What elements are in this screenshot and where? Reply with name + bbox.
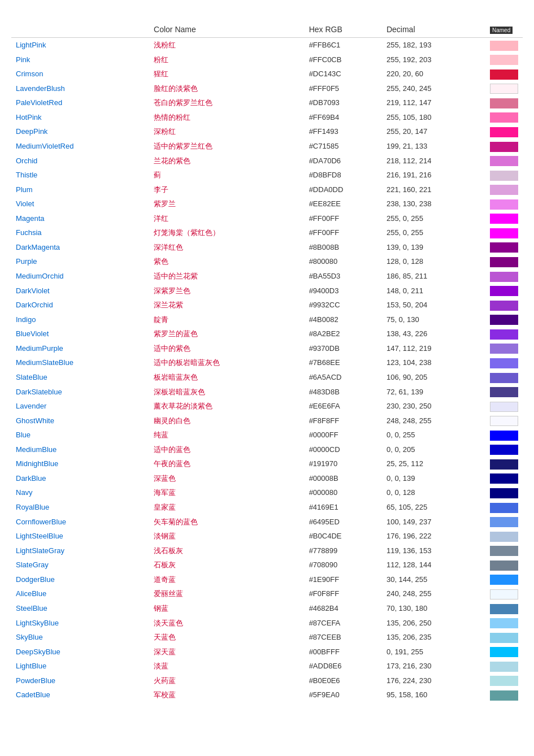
color-swatch — [490, 589, 518, 599]
color-decimal: 100, 149, 237 — [382, 515, 485, 529]
color-name-chinese: 矢车菊的蓝色 — [149, 515, 305, 529]
color-decimal: 255, 0, 255 — [382, 225, 485, 240]
color-decimal: 128, 0, 128 — [382, 254, 485, 269]
color-swatch — [490, 459, 518, 470]
color-hex: #778899 — [305, 544, 382, 558]
color-decimal: 255, 0, 255 — [382, 211, 485, 226]
color-name-english: LightSteelBlue — [11, 529, 149, 544]
color-decimal: 147, 112, 219 — [382, 341, 485, 356]
table-row: Purple紫色#800080128, 0, 128 — [11, 254, 523, 269]
color-decimal: 255, 192, 203 — [382, 53, 485, 67]
color-name-english: Purple — [11, 254, 149, 269]
table-row: Fuchsia灯笼海棠（紫红色）#FF00FF255, 0, 255 — [11, 225, 523, 240]
table-row: DeepPink深粉红#FF1493255, 20, 147 — [11, 124, 523, 139]
table-row: GhostWhite幽灵的白色#F8F8FF248, 248, 255 — [11, 414, 523, 428]
table-row: BlueViolet紫罗兰的蓝色#8A2BE2138, 43, 226 — [11, 327, 523, 341]
color-decimal: 255, 20, 147 — [382, 124, 485, 139]
color-name-chinese: 适中的兰花紫 — [149, 269, 305, 284]
color-swatch — [490, 517, 518, 527]
color-name-chinese: 午夜的蓝色 — [149, 457, 305, 471]
color-swatch-cell — [485, 211, 523, 226]
color-name-english: Fuchsia — [11, 225, 149, 240]
color-decimal: 219, 112, 147 — [382, 95, 485, 110]
table-row: SteelBlue钢蓝#4682B470, 130, 180 — [11, 601, 523, 616]
table-row: MediumVioletRed适中的紫罗兰红色#C71585199, 21, 1… — [11, 139, 523, 154]
color-swatch-cell — [485, 442, 523, 457]
color-decimal: 123, 104, 238 — [382, 355, 485, 370]
color-name-chinese: 紫色 — [149, 254, 305, 269]
color-name-english: MediumSlateBlue — [11, 355, 149, 370]
table-row: Violet紫罗兰#EE82EE238, 130, 238 — [11, 197, 523, 211]
color-name-english: Violet — [11, 197, 149, 211]
col-header-hex: Hex RGB — [305, 23, 382, 38]
color-swatch-cell — [485, 428, 523, 442]
color-hex: #BA55D3 — [305, 269, 382, 284]
col-header-colorname: Color Name — [149, 23, 305, 38]
color-decimal: 255, 105, 180 — [382, 110, 485, 125]
color-name-english: DeepSkyBlue — [11, 645, 149, 659]
color-decimal: 0, 0, 205 — [382, 442, 485, 457]
color-swatch-cell — [485, 674, 523, 688]
table-row: Orchid兰花的紫色#DA70D6218, 112, 214 — [11, 154, 523, 168]
color-hex: #00BFFF — [305, 645, 382, 659]
color-hex: #FFC0CB — [305, 53, 382, 67]
color-name-chinese: 热情的粉红 — [149, 110, 305, 125]
color-decimal: 72, 61, 139 — [382, 385, 485, 399]
color-name-english: Navy — [11, 485, 149, 500]
color-swatch — [490, 301, 518, 311]
table-row: Blue纯蓝#0000FF0, 0, 255 — [11, 428, 523, 442]
table-row: AliceBlue爱丽丝蓝#F0F8FF240, 248, 255 — [11, 586, 523, 601]
color-hex: #FF00FF — [305, 225, 382, 240]
color-swatch — [490, 676, 518, 686]
color-decimal: 0, 0, 128 — [382, 485, 485, 500]
table-row: MidnightBlue午夜的蓝色#19197025, 25, 112 — [11, 457, 523, 471]
color-name-english: SlateBlue — [11, 370, 149, 385]
color-swatch-cell — [485, 183, 523, 197]
color-hex: #DDA0DD — [305, 183, 382, 197]
table-row: Plum李子#DDA0DD221, 160, 221 — [11, 183, 523, 197]
color-name-english: LightPink — [11, 38, 149, 53]
table-row: DeepSkyBlue深天蓝#00BFFF0, 191, 255 — [11, 645, 523, 659]
color-name-english: RoyalBlue — [11, 500, 149, 515]
color-name-chinese: 道奇蓝 — [149, 572, 305, 587]
color-hex: #87CEEB — [305, 630, 382, 645]
table-row: MediumBlue适中的蓝色#0000CD0, 0, 205 — [11, 442, 523, 457]
color-swatch-cell — [485, 558, 523, 572]
table-row: CornflowerBlue矢车菊的蓝色#6495ED100, 149, 237 — [11, 515, 523, 529]
color-name-english: PowderBlue — [11, 674, 149, 688]
color-hex: #87CEFA — [305, 616, 382, 631]
color-name-english: Plum — [11, 183, 149, 197]
color-decimal: 25, 25, 112 — [382, 457, 485, 471]
table-row: DarkViolet深紫罗兰色#9400D3148, 0, 211 — [11, 284, 523, 298]
color-swatch — [490, 532, 518, 542]
color-hex: #000080 — [305, 485, 382, 500]
color-decimal: 70, 130, 180 — [382, 601, 485, 616]
color-name-english: LightSkyBlue — [11, 616, 149, 631]
table-row: Magenta洋红#FF00FF255, 0, 255 — [11, 211, 523, 226]
table-row: PowderBlue火药蓝#B0E0E6176, 224, 230 — [11, 674, 523, 688]
color-name-chinese: 深天蓝 — [149, 645, 305, 659]
color-name-chinese: 脸红的淡紫色 — [149, 81, 305, 96]
color-swatch — [490, 373, 518, 383]
color-swatch-cell — [485, 414, 523, 428]
color-name-chinese: 苍白的紫罗兰红色 — [149, 95, 305, 110]
color-decimal: 119, 136, 153 — [382, 544, 485, 558]
col-header-english — [11, 23, 149, 38]
color-name-english: Blue — [11, 428, 149, 442]
color-name-chinese: 爱丽丝蓝 — [149, 586, 305, 601]
color-name-chinese: 浅粉红 — [149, 38, 305, 53]
table-row: Navy海军蓝#0000800, 0, 128 — [11, 485, 523, 500]
color-swatch-cell — [485, 500, 523, 515]
color-swatch-cell — [485, 38, 523, 53]
color-name-english: CadetBlue — [11, 688, 149, 702]
color-name-english: Pink — [11, 53, 149, 67]
color-decimal: 173, 216, 230 — [382, 659, 485, 674]
color-swatch — [490, 445, 518, 455]
color-decimal: 0, 0, 139 — [382, 471, 485, 486]
color-name-chinese: 紫罗兰 — [149, 197, 305, 211]
color-decimal: 255, 182, 193 — [382, 38, 485, 53]
color-decimal: 106, 90, 205 — [382, 370, 485, 385]
color-name-chinese: 兰花的紫色 — [149, 154, 305, 168]
color-swatch — [490, 690, 518, 701]
color-swatch — [490, 84, 518, 94]
